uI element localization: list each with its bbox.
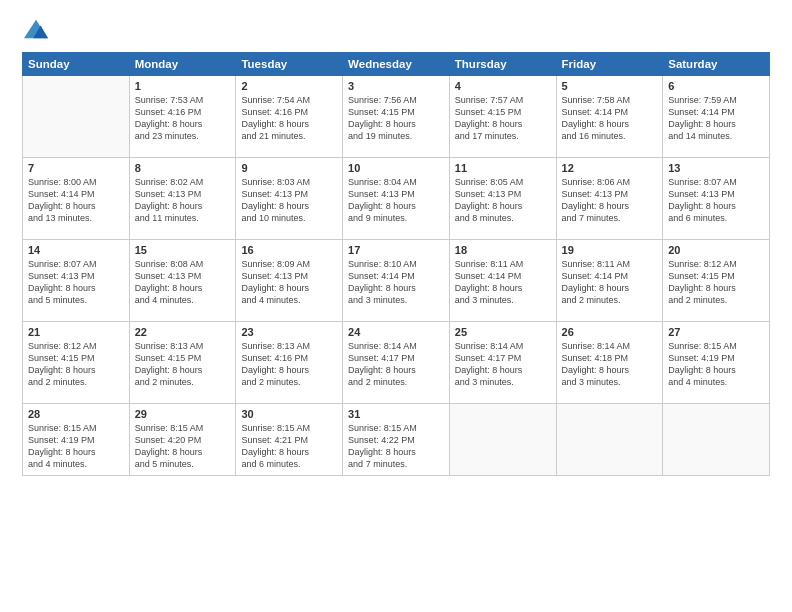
day-number: 22: [135, 326, 231, 338]
day-number: 20: [668, 244, 764, 256]
day-number: 27: [668, 326, 764, 338]
cell-info: Sunrise: 8:04 AM Sunset: 4:13 PM Dayligh…: [348, 176, 444, 225]
col-header-sunday: Sunday: [23, 53, 130, 76]
calendar-cell: 18Sunrise: 8:11 AM Sunset: 4:14 PM Dayli…: [449, 240, 556, 322]
cell-info: Sunrise: 8:10 AM Sunset: 4:14 PM Dayligh…: [348, 258, 444, 307]
cell-info: Sunrise: 7:54 AM Sunset: 4:16 PM Dayligh…: [241, 94, 337, 143]
day-number: 29: [135, 408, 231, 420]
cell-info: Sunrise: 8:05 AM Sunset: 4:13 PM Dayligh…: [455, 176, 551, 225]
cell-info: Sunrise: 8:03 AM Sunset: 4:13 PM Dayligh…: [241, 176, 337, 225]
cell-info: Sunrise: 8:02 AM Sunset: 4:13 PM Dayligh…: [135, 176, 231, 225]
calendar-cell: 23Sunrise: 8:13 AM Sunset: 4:16 PM Dayli…: [236, 322, 343, 404]
logo-icon: [22, 18, 50, 42]
cell-info: Sunrise: 8:15 AM Sunset: 4:22 PM Dayligh…: [348, 422, 444, 471]
calendar-row-5: 28Sunrise: 8:15 AM Sunset: 4:19 PM Dayli…: [23, 404, 770, 476]
calendar-cell: 30Sunrise: 8:15 AM Sunset: 4:21 PM Dayli…: [236, 404, 343, 476]
calendar-cell: [23, 76, 130, 158]
day-number: 8: [135, 162, 231, 174]
calendar-cell: 20Sunrise: 8:12 AM Sunset: 4:15 PM Dayli…: [663, 240, 770, 322]
day-number: 25: [455, 326, 551, 338]
day-number: 19: [562, 244, 658, 256]
cell-info: Sunrise: 8:06 AM Sunset: 4:13 PM Dayligh…: [562, 176, 658, 225]
calendar-cell: 15Sunrise: 8:08 AM Sunset: 4:13 PM Dayli…: [129, 240, 236, 322]
cell-info: Sunrise: 7:53 AM Sunset: 4:16 PM Dayligh…: [135, 94, 231, 143]
cell-info: Sunrise: 8:12 AM Sunset: 4:15 PM Dayligh…: [28, 340, 124, 389]
cell-info: Sunrise: 8:11 AM Sunset: 4:14 PM Dayligh…: [562, 258, 658, 307]
calendar-cell: 4Sunrise: 7:57 AM Sunset: 4:15 PM Daylig…: [449, 76, 556, 158]
calendar-cell: 27Sunrise: 8:15 AM Sunset: 4:19 PM Dayli…: [663, 322, 770, 404]
calendar-cell: 29Sunrise: 8:15 AM Sunset: 4:20 PM Dayli…: [129, 404, 236, 476]
day-number: 12: [562, 162, 658, 174]
calendar-cell: 24Sunrise: 8:14 AM Sunset: 4:17 PM Dayli…: [343, 322, 450, 404]
cell-info: Sunrise: 7:57 AM Sunset: 4:15 PM Dayligh…: [455, 94, 551, 143]
calendar-row-2: 7Sunrise: 8:00 AM Sunset: 4:14 PM Daylig…: [23, 158, 770, 240]
day-number: 13: [668, 162, 764, 174]
cell-info: Sunrise: 7:56 AM Sunset: 4:15 PM Dayligh…: [348, 94, 444, 143]
calendar-cell: 6Sunrise: 7:59 AM Sunset: 4:14 PM Daylig…: [663, 76, 770, 158]
cell-info: Sunrise: 8:09 AM Sunset: 4:13 PM Dayligh…: [241, 258, 337, 307]
day-number: 16: [241, 244, 337, 256]
calendar-cell: 25Sunrise: 8:14 AM Sunset: 4:17 PM Dayli…: [449, 322, 556, 404]
calendar-cell: 22Sunrise: 8:13 AM Sunset: 4:15 PM Dayli…: [129, 322, 236, 404]
col-header-friday: Friday: [556, 53, 663, 76]
day-number: 10: [348, 162, 444, 174]
cell-info: Sunrise: 8:14 AM Sunset: 4:17 PM Dayligh…: [348, 340, 444, 389]
calendar-cell: 16Sunrise: 8:09 AM Sunset: 4:13 PM Dayli…: [236, 240, 343, 322]
day-number: 18: [455, 244, 551, 256]
col-header-monday: Monday: [129, 53, 236, 76]
day-number: 17: [348, 244, 444, 256]
cell-info: Sunrise: 8:07 AM Sunset: 4:13 PM Dayligh…: [668, 176, 764, 225]
calendar-cell: 17Sunrise: 8:10 AM Sunset: 4:14 PM Dayli…: [343, 240, 450, 322]
logo: [22, 18, 54, 42]
day-number: 26: [562, 326, 658, 338]
day-number: 5: [562, 80, 658, 92]
col-header-thursday: Thursday: [449, 53, 556, 76]
day-number: 23: [241, 326, 337, 338]
cell-info: Sunrise: 8:11 AM Sunset: 4:14 PM Dayligh…: [455, 258, 551, 307]
day-number: 21: [28, 326, 124, 338]
day-number: 28: [28, 408, 124, 420]
day-number: 6: [668, 80, 764, 92]
cell-info: Sunrise: 7:58 AM Sunset: 4:14 PM Dayligh…: [562, 94, 658, 143]
calendar-cell: [663, 404, 770, 476]
calendar-row-3: 14Sunrise: 8:07 AM Sunset: 4:13 PM Dayli…: [23, 240, 770, 322]
cell-info: Sunrise: 8:15 AM Sunset: 4:19 PM Dayligh…: [668, 340, 764, 389]
calendar-cell: 19Sunrise: 8:11 AM Sunset: 4:14 PM Dayli…: [556, 240, 663, 322]
calendar-cell: 11Sunrise: 8:05 AM Sunset: 4:13 PM Dayli…: [449, 158, 556, 240]
day-number: 14: [28, 244, 124, 256]
day-number: 30: [241, 408, 337, 420]
cell-info: Sunrise: 8:15 AM Sunset: 4:21 PM Dayligh…: [241, 422, 337, 471]
calendar-cell: 28Sunrise: 8:15 AM Sunset: 4:19 PM Dayli…: [23, 404, 130, 476]
day-number: 9: [241, 162, 337, 174]
calendar-cell: 8Sunrise: 8:02 AM Sunset: 4:13 PM Daylig…: [129, 158, 236, 240]
calendar-cell: 13Sunrise: 8:07 AM Sunset: 4:13 PM Dayli…: [663, 158, 770, 240]
calendar-cell: 26Sunrise: 8:14 AM Sunset: 4:18 PM Dayli…: [556, 322, 663, 404]
calendar-cell: 2Sunrise: 7:54 AM Sunset: 4:16 PM Daylig…: [236, 76, 343, 158]
day-number: 1: [135, 80, 231, 92]
calendar-cell: 5Sunrise: 7:58 AM Sunset: 4:14 PM Daylig…: [556, 76, 663, 158]
calendar-cell: 21Sunrise: 8:12 AM Sunset: 4:15 PM Dayli…: [23, 322, 130, 404]
cell-info: Sunrise: 8:13 AM Sunset: 4:15 PM Dayligh…: [135, 340, 231, 389]
cell-info: Sunrise: 8:13 AM Sunset: 4:16 PM Dayligh…: [241, 340, 337, 389]
day-number: 3: [348, 80, 444, 92]
day-number: 31: [348, 408, 444, 420]
calendar-row-1: 1Sunrise: 7:53 AM Sunset: 4:16 PM Daylig…: [23, 76, 770, 158]
calendar-header-row: SundayMondayTuesdayWednesdayThursdayFrid…: [23, 53, 770, 76]
calendar-cell: 7Sunrise: 8:00 AM Sunset: 4:14 PM Daylig…: [23, 158, 130, 240]
cell-info: Sunrise: 8:08 AM Sunset: 4:13 PM Dayligh…: [135, 258, 231, 307]
col-header-wednesday: Wednesday: [343, 53, 450, 76]
col-header-saturday: Saturday: [663, 53, 770, 76]
cell-info: Sunrise: 8:12 AM Sunset: 4:15 PM Dayligh…: [668, 258, 764, 307]
cell-info: Sunrise: 8:00 AM Sunset: 4:14 PM Dayligh…: [28, 176, 124, 225]
cell-info: Sunrise: 8:14 AM Sunset: 4:17 PM Dayligh…: [455, 340, 551, 389]
calendar-row-4: 21Sunrise: 8:12 AM Sunset: 4:15 PM Dayli…: [23, 322, 770, 404]
header: [22, 18, 770, 42]
calendar-cell: 10Sunrise: 8:04 AM Sunset: 4:13 PM Dayli…: [343, 158, 450, 240]
day-number: 7: [28, 162, 124, 174]
cell-info: Sunrise: 8:14 AM Sunset: 4:18 PM Dayligh…: [562, 340, 658, 389]
calendar-cell: 14Sunrise: 8:07 AM Sunset: 4:13 PM Dayli…: [23, 240, 130, 322]
cell-info: Sunrise: 8:07 AM Sunset: 4:13 PM Dayligh…: [28, 258, 124, 307]
calendar-table: SundayMondayTuesdayWednesdayThursdayFrid…: [22, 52, 770, 476]
calendar-cell: 1Sunrise: 7:53 AM Sunset: 4:16 PM Daylig…: [129, 76, 236, 158]
day-number: 4: [455, 80, 551, 92]
